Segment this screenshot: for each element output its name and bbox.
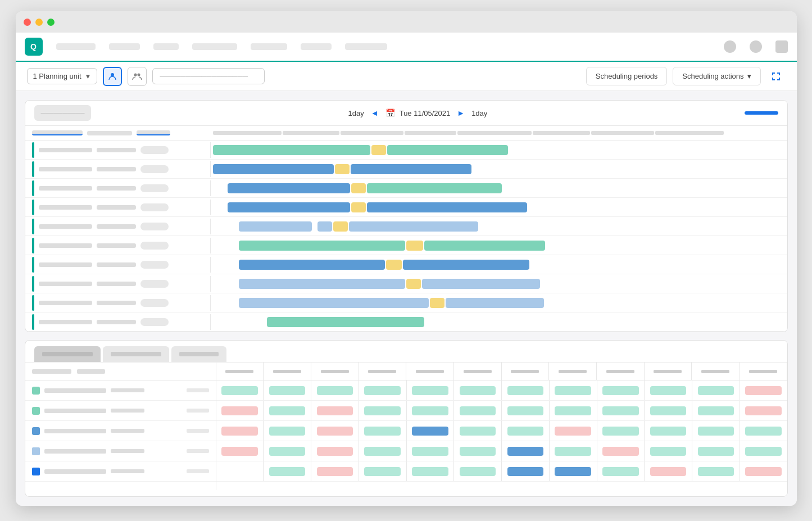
schedule-cell <box>264 380 311 400</box>
row-badge <box>140 280 169 288</box>
gantt-bar-yellow <box>335 164 350 174</box>
nav-period-right: 1day <box>471 109 487 117</box>
schedule-chip <box>650 386 686 395</box>
view-select[interactable]: ───────────────── <box>152 68 265 84</box>
row-label-name <box>39 301 92 305</box>
nav-item-6[interactable] <box>301 43 332 50</box>
schedule-cell <box>359 380 407 400</box>
view-group-button[interactable] <box>128 67 147 86</box>
gantt-search-placeholder: ────────── <box>41 110 85 116</box>
nav-next-button[interactable]: ► <box>457 108 465 117</box>
row-label-detail <box>97 186 136 191</box>
schedule-cell <box>264 421 311 441</box>
filter-icon: ▼ <box>85 73 92 80</box>
gantt-bar-green <box>267 317 424 327</box>
schedule-cell <box>311 401 359 420</box>
toolbar: 1 Planning unit ▼ ───────────────── Sche… <box>16 62 797 91</box>
schedule-cell <box>454 461 502 481</box>
row-indicator <box>32 238 34 253</box>
schedule-cell <box>740 441 787 461</box>
gantt-bar-blue <box>228 202 350 212</box>
expand-button[interactable] <box>766 67 786 86</box>
table-row <box>25 293 787 312</box>
list-item <box>25 401 216 421</box>
main-content: ────────── 1day ◄ 📅 Tue 11/05/2021 ► 1da… <box>16 91 797 506</box>
planning-unit-button[interactable]: 1 Planning unit ▼ <box>27 68 98 84</box>
time-col-header <box>502 363 550 380</box>
user-icon[interactable] <box>724 40 736 53</box>
group-icon <box>132 71 142 81</box>
nav-item-7[interactable] <box>345 43 387 50</box>
schedule-cell <box>359 441 407 461</box>
bottom-tab-1[interactable] <box>34 346 101 362</box>
row-indicator <box>32 276 34 292</box>
row-label-detail <box>97 262 136 267</box>
schedule-cell <box>645 461 692 481</box>
view-individual-button[interactable] <box>103 67 122 86</box>
maximize-button[interactable] <box>47 19 55 26</box>
nav-item-1[interactable] <box>56 43 96 50</box>
schedule-cell <box>692 441 740 461</box>
schedule-cell <box>407 441 455 461</box>
row-label-detail <box>97 243 136 248</box>
schedule-cell <box>692 421 740 441</box>
list-item <box>25 421 216 441</box>
schedule-cell <box>359 401 407 420</box>
schedule-cell <box>407 461 455 481</box>
gantt-search[interactable]: ────────── <box>34 105 92 121</box>
schedule-cell <box>407 380 455 400</box>
svg-point-2 <box>138 73 140 76</box>
schedule-cell <box>550 401 597 420</box>
schedule-cell <box>311 461 359 481</box>
schedule-cell <box>502 421 550 441</box>
minimize-button[interactable] <box>35 19 43 26</box>
schedule-cell <box>311 441 359 461</box>
bell-icon[interactable] <box>750 40 762 53</box>
gantt-row-right <box>211 312 787 331</box>
nav-item-3[interactable] <box>153 43 179 50</box>
nav-prev-button[interactable]: ◄ <box>371 108 379 117</box>
schedule-cell <box>550 421 597 441</box>
bottom-tab-3[interactable] <box>171 346 226 362</box>
bottom-grid <box>25 363 787 490</box>
gantt-row-right <box>211 141 787 159</box>
gantt-bar-yellow <box>351 202 366 212</box>
schedule-chip <box>317 386 353 395</box>
current-date: Tue 11/05/2021 <box>400 109 451 117</box>
row-label-detail <box>97 320 136 324</box>
nav-item-2[interactable] <box>109 43 140 50</box>
bottom-right-panel <box>216 363 787 490</box>
schedule-chip <box>269 386 305 395</box>
nav-item-5[interactable] <box>251 43 287 50</box>
bottom-tab-2[interactable] <box>103 346 169 362</box>
agent-value <box>187 449 209 453</box>
schedule-chip <box>507 386 543 395</box>
schedule-cell <box>740 421 787 441</box>
list-item-left <box>25 427 216 435</box>
left-col-header-1 <box>32 369 71 374</box>
scheduling-actions-button[interactable]: Scheduling actions ▾ <box>673 67 760 85</box>
table-row <box>25 312 787 332</box>
gantt-bar-blue <box>228 183 350 193</box>
schedule-cell <box>311 380 359 400</box>
schedule-chip <box>602 386 638 395</box>
time-col-header <box>216 363 264 380</box>
table-row <box>25 255 787 274</box>
table-row <box>25 160 787 179</box>
table-row <box>25 141 787 160</box>
scheduling-periods-button[interactable]: Scheduling periods <box>586 67 668 85</box>
list-item-left <box>25 447 216 455</box>
schedule-cell <box>502 380 550 400</box>
close-button[interactable] <box>24 19 31 26</box>
schedule-chip <box>412 386 448 395</box>
nav-item-4[interactable] <box>192 43 237 50</box>
schedule-cell <box>645 380 692 400</box>
table-row <box>25 236 787 255</box>
gantt-bar-light <box>239 221 312 232</box>
time-col-header <box>692 363 740 380</box>
logout-icon[interactable] <box>775 40 788 53</box>
row-label-name <box>39 243 92 248</box>
bottom-panel <box>25 340 788 497</box>
gantt-columns-header <box>25 126 787 141</box>
schedule-cell <box>359 421 407 441</box>
